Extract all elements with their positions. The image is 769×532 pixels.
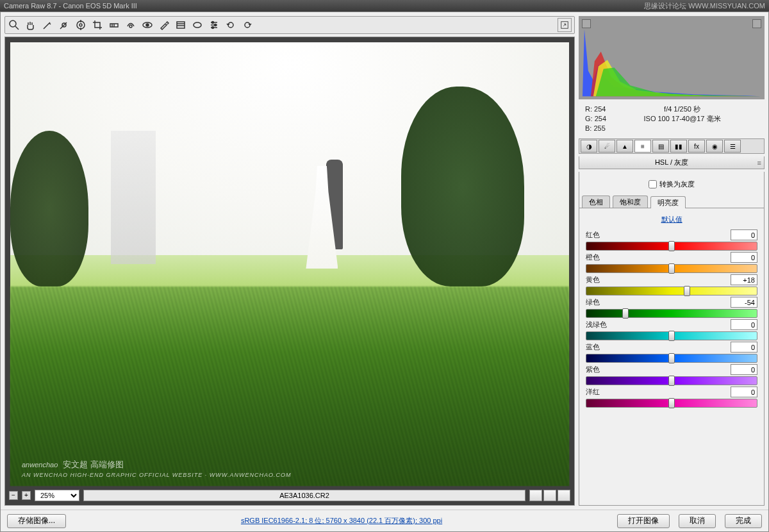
svg-point-16: [194, 22, 201, 28]
curve-tab-icon[interactable]: ☄: [599, 140, 615, 153]
rotate-ccw-icon[interactable]: [224, 19, 237, 31]
targeted-adjustment-tool-icon[interactable]: [74, 19, 87, 31]
toolbar: [4, 16, 575, 34]
workflow-options-link[interactable]: sRGB IEC61966-2.1; 8 位; 5760 x 3840 (22.…: [241, 516, 442, 526]
done-button[interactable]: 完成: [725, 514, 762, 528]
basic-tab-icon[interactable]: ◑: [581, 140, 597, 153]
rotate-cw-icon[interactable]: [241, 19, 254, 31]
crop-tool-icon[interactable]: [91, 19, 104, 31]
purple-slider-row: 紫色: [586, 364, 757, 385]
lens-tab-icon[interactable]: ▮▮: [670, 140, 687, 153]
white-balance-tool-icon[interactable]: [41, 19, 54, 31]
red-slider-value[interactable]: [731, 229, 757, 240]
blue-slider-track[interactable]: [586, 354, 757, 363]
brand-watermark: 思缘设计论坛 WWW.MISSYUAN.COM: [644, 1, 765, 11]
red-slider-thumb[interactable]: [668, 241, 675, 251]
spot-removal-tool-icon[interactable]: [124, 19, 137, 31]
color-sampler-tool-icon[interactable]: [58, 19, 70, 31]
hand-tool-icon[interactable]: [24, 19, 37, 31]
zoom-out-button[interactable]: −: [9, 491, 18, 500]
saturation-subtab[interactable]: 饱和度: [613, 195, 648, 208]
zoom-select[interactable]: 25%: [35, 490, 79, 501]
yellow-slider-thumb[interactable]: [684, 286, 690, 296]
luminance-subtab[interactable]: 明亮度: [650, 196, 686, 208]
split-tone-tab-icon[interactable]: ▤: [652, 140, 669, 153]
orange-slider-thumb[interactable]: [668, 263, 675, 274]
default-link[interactable]: 默认值: [586, 215, 757, 227]
yellow-slider-value[interactable]: [731, 274, 757, 285]
adjustment-brush-tool-icon[interactable]: [158, 19, 170, 31]
panel-title: HSL / 灰度 ≡: [579, 156, 765, 169]
convert-grayscale-label: 转换为灰度: [659, 179, 695, 189]
yellow-slider-track[interactable]: [586, 287, 757, 295]
camera-tab-icon[interactable]: ◉: [706, 140, 723, 153]
cancel-button[interactable]: 取消: [679, 514, 716, 528]
toggle-fullscreen-icon[interactable]: [558, 18, 572, 32]
svg-point-21: [215, 24, 217, 26]
purple-slider-label: 紫色: [586, 365, 600, 374]
histogram[interactable]: [579, 16, 765, 99]
magenta-slider-label: 洋红: [586, 387, 600, 397]
photo-watermark: anwenchao 安文超 高端修图 AN WENCHAO HIGH-END G…: [22, 451, 292, 478]
green-slider-row: 绿色: [586, 297, 757, 318]
fx-tab-icon[interactable]: fx: [688, 140, 705, 153]
green-slider-value[interactable]: [731, 297, 757, 308]
convert-grayscale-checkbox[interactable]: [649, 180, 657, 188]
camera-raw-window: anwenchao 安文超 高端修图 AN WENCHAO HIGH-END G…: [0, 12, 769, 532]
svg-point-22: [212, 27, 214, 29]
yellow-slider-row: 黄色: [586, 274, 757, 295]
magenta-slider-row: 洋红: [586, 387, 757, 408]
save-image-button[interactable]: 存储图像...: [7, 514, 66, 528]
red-slider-row: 红色: [586, 229, 757, 251]
photo-preview: anwenchao 安文超 高端修图 AN WENCHAO HIGH-END G…: [10, 42, 569, 486]
purple-slider-thumb[interactable]: [668, 376, 675, 386]
purple-slider-value[interactable]: [731, 364, 757, 375]
straighten-tool-icon[interactable]: [108, 19, 120, 31]
green-slider-track[interactable]: [586, 309, 757, 318]
orange-slider-row: 橙色: [586, 252, 757, 273]
svg-point-4: [79, 24, 82, 26]
magenta-slider-thumb[interactable]: [668, 398, 675, 408]
blue-slider-label: 蓝色: [586, 342, 600, 352]
window-title: Camera Raw 8.7 - Canon EOS 5D Mark III: [4, 2, 137, 10]
detail-tab-icon[interactable]: ▲: [616, 140, 633, 153]
graduated-filter-tool-icon[interactable]: [174, 19, 187, 31]
radial-filter-tool-icon[interactable]: [191, 19, 204, 31]
preview-area[interactable]: anwenchao 安文超 高端修图 AN WENCHAO HIGH-END G…: [4, 37, 575, 506]
rgb-g: G: 254: [585, 114, 606, 124]
rgb-b: B: 255: [585, 124, 606, 133]
menu-button[interactable]: [558, 490, 570, 501]
blue-slider-value[interactable]: [731, 342, 757, 353]
hue-subtab[interactable]: 色相: [582, 195, 610, 208]
yellow-slider-label: 黄色: [586, 275, 600, 285]
magenta-slider-value[interactable]: [731, 387, 757, 397]
aqua-slider-track[interactable]: [586, 331, 757, 340]
green-slider-thumb[interactable]: [622, 308, 629, 319]
orange-slider-track[interactable]: [586, 264, 757, 273]
svg-point-12: [146, 24, 149, 26]
orange-slider-label: 橙色: [586, 253, 600, 262]
filename-display: AE3A1036.CR2: [83, 490, 525, 501]
zoom-in-button[interactable]: +: [22, 491, 31, 500]
panel-tabs: ◑ ☄ ▲ ≡ ▤ ▮▮ fx ◉ ☰: [579, 138, 765, 154]
filter-button[interactable]: [529, 490, 542, 501]
aqua-slider-label: 浅绿色: [586, 320, 607, 329]
panel-menu-icon[interactable]: ≡: [757, 159, 761, 167]
preferences-tool-icon[interactable]: [208, 19, 220, 31]
green-slider-label: 绿色: [586, 297, 600, 307]
redeye-tool-icon[interactable]: [141, 19, 154, 31]
rating-button[interactable]: [543, 490, 556, 501]
presets-tab-icon[interactable]: ☰: [724, 140, 741, 153]
aqua-slider-value[interactable]: [731, 319, 757, 330]
blue-slider-thumb[interactable]: [668, 353, 675, 363]
red-slider-track[interactable]: [586, 242, 757, 251]
orange-slider-value[interactable]: [731, 252, 757, 263]
exif-iso-lens: ISO 100 17-40@17 毫米: [606, 114, 758, 124]
magenta-slider-track[interactable]: [586, 399, 757, 408]
red-slider-label: 红色: [586, 230, 600, 240]
hsl-tab-icon[interactable]: ≡: [634, 140, 651, 153]
purple-slider-track[interactable]: [586, 376, 757, 385]
open-image-button[interactable]: 打开图像: [617, 514, 670, 528]
zoom-tool-icon[interactable]: [8, 19, 21, 31]
aqua-slider-thumb[interactable]: [668, 331, 675, 341]
